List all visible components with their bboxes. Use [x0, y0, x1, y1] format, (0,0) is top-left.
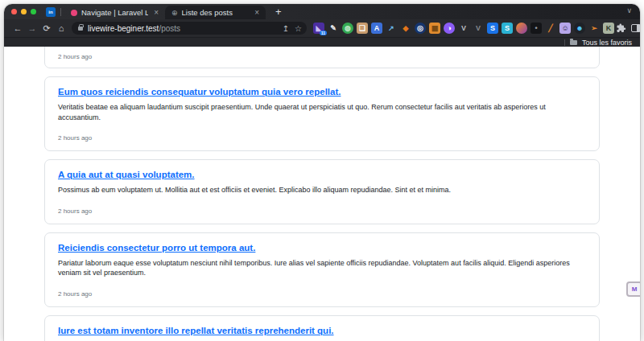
- flame-circle-icon[interactable]: [516, 23, 527, 34]
- extensions-puzzle-icon[interactable]: [617, 23, 626, 33]
- tab-liste-des-posts[interactable]: ⊕ Liste des posts ×: [165, 6, 266, 19]
- new-tab-button[interactable]: +: [272, 6, 285, 18]
- post-title-link[interactable]: Eum quos reiciendis consequatur voluptat…: [58, 86, 586, 98]
- posts-container: 2 hours ago Eum quos reiciendis consequa…: [44, 47, 600, 341]
- reload-button[interactable]: ⟳: [39, 23, 54, 34]
- v-filled-icon[interactable]: V: [458, 23, 469, 34]
- black-dot-icon[interactable]: •: [530, 23, 542, 34]
- post-card: Iure est totam inventore illo repellat v…: [44, 315, 600, 341]
- bird-icon[interactable]: ➢: [588, 23, 600, 34]
- post-timestamp: 2 hours ago: [58, 134, 92, 142]
- url-path: /posts: [159, 24, 180, 33]
- post-title-link[interactable]: A quia aut at quasi voluptatem.: [58, 169, 586, 181]
- home-button[interactable]: ⌂: [54, 23, 68, 33]
- share-icon[interactable]: ↥: [283, 24, 289, 33]
- tab-title: Navigate | Laravel Livewire: [81, 8, 148, 17]
- floating-extension-widget[interactable]: M: [626, 281, 640, 297]
- metamask-fox-icon[interactable]: ◆: [400, 23, 411, 34]
- translate-icon[interactable]: A: [371, 23, 382, 34]
- post-card-partial: 2 hours ago: [44, 47, 600, 68]
- post-title-link[interactable]: Reiciendis consectetur porro ut tempora …: [58, 242, 586, 254]
- bookmarks-folder-icon: [570, 40, 577, 45]
- retro-grid-icon[interactable]: ▦: [429, 23, 440, 34]
- pinned-tab-linkedin[interactable]: in: [46, 7, 56, 17]
- orange-pen-icon[interactable]: ╱: [545, 23, 556, 34]
- zoom-window-button[interactable]: [31, 9, 36, 14]
- k-sage-icon[interactable]: K: [603, 23, 614, 34]
- post-timestamp: 2 hours ago: [58, 290, 92, 298]
- tab-divider: [60, 8, 61, 16]
- eyedropper-icon[interactable]: ✎: [328, 23, 339, 34]
- widget-glyph: M: [632, 286, 638, 293]
- side-panel-icon[interactable]: [631, 24, 640, 32]
- browser-window: in Navigate | Laravel Livewire × ⊕ Liste…: [4, 4, 640, 341]
- address-bar[interactable]: livewire-beginer.test/posts ↥ ☆: [72, 22, 307, 35]
- chevron-down-icon[interactable]: ∨: [626, 6, 632, 14]
- tab-title: Liste des posts: [182, 8, 250, 17]
- url-text: livewire-beginer.test/posts: [88, 24, 277, 33]
- s-teal-icon[interactable]: S: [502, 23, 513, 34]
- forward-button[interactable]: →: [25, 23, 39, 33]
- close-tab-icon[interactable]: ×: [253, 9, 261, 17]
- minimize-window-button[interactable]: [21, 9, 27, 14]
- bookmarks-bar: Tous les favoris: [4, 37, 640, 47]
- tab-navigate-laravel-livewire[interactable]: Navigate | Laravel Livewire ×: [64, 6, 165, 19]
- tab-strip: in Navigate | Laravel Livewire × ⊕ Liste…: [4, 4, 640, 19]
- bookmark-star-icon[interactable]: ☆: [295, 24, 302, 33]
- s-blue-icon[interactable]: S: [487, 23, 498, 34]
- bookmarks-divider: [564, 39, 565, 46]
- globe-favicon: ⊕: [171, 10, 178, 16]
- post-timestamp: 2 hours ago: [58, 207, 92, 215]
- copy-docs-icon[interactable]: ❏: [357, 23, 368, 34]
- post-card: A quia aut at quasi voluptatem. Possimus…: [44, 159, 600, 224]
- lock-icon: [78, 27, 83, 31]
- linkedin-tool-icon[interactable]: ◣11: [313, 23, 324, 34]
- extensions-row: ◣11✎◍❏A↗◆◎▦◑VVSS•╱☺☻➢K: [313, 23, 614, 34]
- record-circle-icon[interactable]: ◎: [415, 23, 426, 34]
- post-body: Possimus ab eum voluptatem ut. Mollitia …: [58, 185, 586, 195]
- share-export-icon[interactable]: ↗: [386, 23, 397, 34]
- close-window-button[interactable]: [11, 9, 17, 14]
- post-card: Eum quos reiciendis consequatur voluptat…: [44, 76, 600, 151]
- lavender-face-icon[interactable]: ☺: [559, 23, 571, 34]
- post-body: Pariatur laborum eaque esse voluptatum n…: [58, 258, 586, 278]
- v-outline-icon[interactable]: V: [473, 23, 484, 34]
- extension-badge: 11: [320, 31, 327, 35]
- post-timestamp: 2 hours ago: [58, 53, 92, 61]
- traffic-lights: [11, 9, 36, 14]
- livewire-favicon: [71, 10, 77, 16]
- all-bookmarks-button[interactable]: Tous les favoris: [582, 39, 632, 47]
- browser-toolbar: ← → ⟳ ⌂ livewire-beginer.test/posts ↥ ☆ …: [4, 19, 640, 37]
- page-content: 2 hours ago Eum quos reiciendis consequa…: [4, 47, 640, 341]
- close-tab-icon[interactable]: ×: [152, 9, 160, 17]
- post-card: Reiciendis consectetur porro ut tempora …: [44, 232, 600, 307]
- green-globe-icon[interactable]: ◍: [342, 23, 353, 34]
- alien-circle-icon[interactable]: ☻: [574, 23, 585, 34]
- back-button[interactable]: ←: [10, 23, 25, 33]
- purple-swirl-icon[interactable]: ◑: [444, 23, 455, 34]
- post-body: Veritatis beatae ea aliquam laudantium s…: [58, 102, 586, 122]
- linkedin-icon: in: [48, 10, 52, 14]
- post-title-link[interactable]: Iure est totam inventore illo repellat v…: [58, 325, 586, 337]
- url-host: livewire-beginer.test: [88, 24, 159, 33]
